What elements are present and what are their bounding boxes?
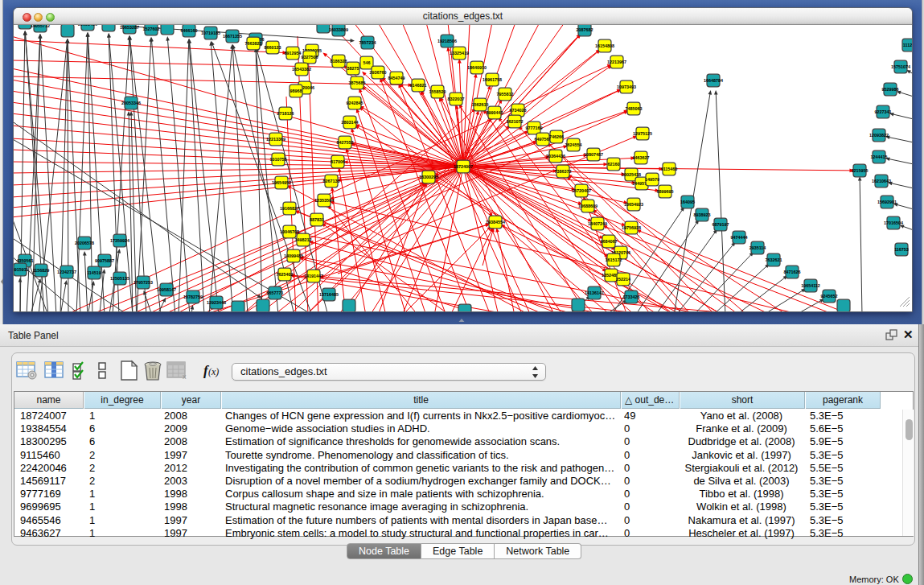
- svg-text:10654923: 10654923: [624, 202, 643, 207]
- svg-text:10782759: 10782759: [183, 295, 203, 299]
- svg-text:887831: 887831: [310, 217, 324, 222]
- svg-text:14191447: 14191447: [304, 274, 323, 278]
- svg-text:20053346: 20053346: [121, 101, 141, 105]
- svg-text:90975887: 90975887: [95, 258, 114, 263]
- svg-text:10654112: 10654112: [801, 283, 820, 288]
- svg-text:8938923: 8938923: [694, 212, 711, 217]
- svg-text:6879197: 6879197: [713, 222, 729, 227]
- svg-text:8427552: 8427552: [337, 140, 354, 145]
- svg-text:8990443: 8990443: [487, 110, 503, 115]
- svg-text:38275: 38275: [347, 66, 359, 71]
- svg-text:252214: 252214: [616, 277, 630, 282]
- svg-text:x: x: [183, 373, 187, 381]
- svg-text:114519: 114519: [87, 270, 101, 275]
- svg-text:9529986: 9529986: [882, 87, 899, 92]
- svg-text:16033809: 16033809: [329, 27, 348, 32]
- svg-text:6466160: 6466160: [181, 28, 198, 33]
- svg-text:18300295: 18300295: [419, 175, 438, 179]
- svg-text:6734028: 6734028: [510, 108, 527, 113]
- svg-text:2803144: 2803144: [342, 120, 359, 125]
- svg-text:10688609: 10688609: [578, 204, 598, 208]
- svg-text:2935114: 2935114: [749, 245, 766, 250]
- svg-text:20691406: 20691406: [78, 25, 97, 27]
- svg-text:8186328: 8186328: [331, 59, 347, 64]
- svg-text:1615172: 1615172: [606, 257, 622, 262]
- svg-text:62160: 62160: [608, 162, 620, 167]
- svg-text:10046708: 10046708: [280, 229, 299, 234]
- svg-text:15751074: 15751074: [891, 64, 910, 69]
- svg-text:10807487: 10807487: [584, 152, 603, 157]
- svg-text:12975125: 12975125: [633, 131, 652, 136]
- svg-text:7625402: 7625402: [277, 272, 294, 277]
- svg-text:19654952: 19654952: [272, 180, 291, 185]
- svg-text:8912954: 8912954: [285, 51, 302, 56]
- svg-text:1558520: 1558520: [429, 89, 446, 94]
- svg-text:2718126: 2718126: [277, 111, 294, 116]
- svg-text:9777169: 9777169: [526, 126, 543, 130]
- svg-text:9474444: 9474444: [731, 235, 748, 240]
- svg-text:14099485: 14099485: [284, 253, 303, 258]
- svg-text:2087682: 2087682: [577, 27, 593, 32]
- svg-text:9146821: 9146821: [410, 83, 427, 88]
- svg-text:16648784: 16648784: [704, 78, 723, 83]
- svg-text:13716485: 13716485: [319, 292, 339, 297]
- svg-text:817006: 817006: [331, 159, 345, 164]
- svg-text:98968: 98968: [290, 89, 302, 93]
- svg-text:9657771: 9657771: [267, 290, 284, 295]
- svg-text:6899695: 6899695: [657, 189, 674, 194]
- svg-text:10973493: 10973493: [617, 84, 636, 89]
- svg-text:18724007: 18724007: [454, 164, 473, 169]
- svg-text:8471626: 8471626: [784, 270, 801, 274]
- svg-text:9327506: 9327506: [302, 55, 318, 60]
- svg-text:1010755: 1010755: [270, 157, 287, 162]
- svg-text:7386372: 7386372: [555, 169, 572, 174]
- svg-text:1156829: 1156829: [33, 268, 50, 273]
- svg-text:1244415: 1244415: [871, 154, 888, 159]
- svg-text:16961758: 16961758: [483, 77, 502, 82]
- svg-text:3915911: 3915911: [14, 267, 28, 272]
- svg-text:12505135: 12505135: [110, 276, 129, 281]
- svg-text:14055712: 14055712: [31, 25, 50, 28]
- svg-text:149579: 149579: [645, 177, 659, 182]
- svg-text:17957253: 17957253: [133, 280, 153, 285]
- svg-text:(x): (x): [208, 366, 219, 377]
- svg-text:12923448: 12923448: [207, 300, 226, 305]
- svg-text:14136141: 14136141: [585, 290, 604, 295]
- svg-text:16543382: 16543382: [292, 67, 311, 72]
- svg-text:13325419: 13325419: [450, 51, 469, 56]
- svg-text:546: 546: [363, 60, 371, 65]
- svg-text:9227341: 9227341: [875, 109, 892, 114]
- svg-text:11123: 11123: [903, 43, 912, 47]
- svg-text:20364436: 20364436: [546, 154, 565, 159]
- svg-text:116753: 116753: [894, 247, 909, 252]
- svg-text:9684067: 9684067: [601, 239, 618, 244]
- svg-text:10719185: 10719185: [201, 31, 220, 35]
- svg-text:164095: 164095: [680, 200, 695, 204]
- svg-text:19218506: 19218506: [437, 39, 457, 43]
- svg-text:8267130: 8267130: [323, 179, 340, 183]
- svg-text:7632621: 7632621: [766, 257, 782, 262]
- svg-text:16154808: 16154808: [595, 43, 614, 48]
- svg-text:19756928: 19756928: [622, 225, 641, 230]
- svg-text:7955812: 7955812: [497, 92, 514, 97]
- svg-text:18640910: 18640910: [467, 65, 487, 70]
- svg-text:19384554: 19384554: [486, 220, 505, 225]
- svg-text:9115460: 9115460: [661, 167, 678, 171]
- svg-text:10653287: 10653287: [120, 25, 139, 30]
- svg-text:19166827: 19166827: [280, 206, 299, 211]
- svg-text:8322037: 8322037: [448, 97, 465, 101]
- svg-text:4350561: 4350561: [17, 258, 34, 263]
- svg-text:15720407: 15720407: [572, 188, 591, 193]
- svg-text:10958147: 10958147: [157, 287, 176, 292]
- svg-text:7857234: 7857234: [359, 40, 376, 45]
- svg-text:20206578: 20206578: [75, 241, 94, 245]
- svg-text:1562615: 1562615: [472, 102, 489, 107]
- svg-text:7663822: 7663822: [245, 41, 262, 46]
- svg-text:17016504: 17016504: [884, 220, 903, 225]
- svg-text:18407249: 18407249: [588, 221, 607, 226]
- svg-text:8454749: 8454749: [388, 76, 405, 80]
- svg-text:15692901: 15692901: [877, 200, 897, 204]
- svg-text:8660123: 8660123: [265, 45, 281, 50]
- svg-text:3624554: 3624554: [565, 142, 582, 147]
- svg-text:12213967: 12213967: [607, 60, 626, 64]
